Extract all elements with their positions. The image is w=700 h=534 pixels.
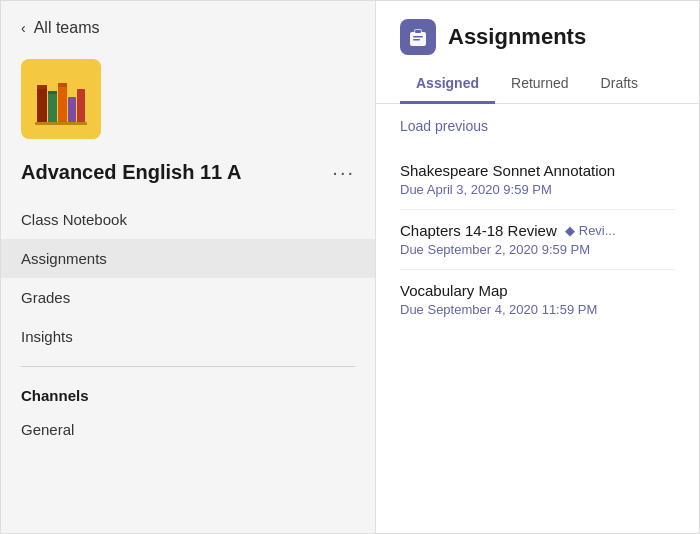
nav-item-general[interactable]: General <box>1 410 375 449</box>
svg-rect-4 <box>48 91 57 94</box>
assignment-name: Chapters 14-18 Review <box>400 222 557 239</box>
svg-rect-6 <box>58 83 67 87</box>
assignment-due: Due April 3, 2020 9:59 PM <box>400 182 675 197</box>
channels-heading: Channels <box>1 377 375 410</box>
svg-rect-3 <box>48 91 57 123</box>
svg-rect-8 <box>77 89 85 123</box>
sidebar: ‹ All teams <box>1 1 376 533</box>
tabs-row: Assigned Returned Drafts <box>376 65 699 104</box>
class-icon-area <box>1 49 375 149</box>
svg-rect-7 <box>68 97 76 123</box>
assignments-icon-svg <box>407 26 429 48</box>
tab-assigned[interactable]: Assigned <box>400 65 495 104</box>
main-panel: Assignments Assigned Returned Drafts Loa… <box>376 1 699 533</box>
main-title: Assignments <box>448 24 586 50</box>
channels-list: General <box>1 410 375 449</box>
content-area: Load previous Shakespeare Sonnet Annotat… <box>376 104 699 533</box>
tab-drafts[interactable]: Drafts <box>585 65 654 104</box>
nav-item-grades[interactable]: Grades <box>1 278 375 317</box>
svg-rect-13 <box>413 36 423 38</box>
all-teams-label: All teams <box>34 19 100 37</box>
load-previous-button[interactable]: Load previous <box>400 118 675 134</box>
nav-item-class-notebook[interactable]: Class Notebook <box>1 200 375 239</box>
review-icon: ◆ <box>565 223 575 238</box>
nav-item-insights[interactable]: Insights <box>1 317 375 356</box>
more-options-button[interactable]: ··· <box>332 161 355 184</box>
assignment-name: Shakespeare Sonnet Annotation <box>400 162 615 179</box>
svg-rect-9 <box>35 122 87 125</box>
svg-rect-2 <box>37 85 47 89</box>
assignment-name: Vocabulary Map <box>400 282 508 299</box>
nav-list: Class Notebook Assignments Grades Insigh… <box>1 200 375 356</box>
nav-item-assignments[interactable]: Assignments <box>1 239 375 278</box>
assignment-title-row: Vocabulary Map <box>400 282 675 299</box>
nav-divider <box>21 366 355 367</box>
all-teams-nav[interactable]: ‹ All teams <box>1 1 375 49</box>
assignment-due: Due September 4, 2020 11:59 PM <box>400 302 675 317</box>
svg-rect-5 <box>58 83 67 123</box>
assignments-app-icon <box>400 19 436 55</box>
assignment-title-row: Chapters 14-18 Review ◆ Revi... <box>400 222 675 239</box>
svg-rect-14 <box>413 39 420 41</box>
svg-rect-12 <box>415 30 421 33</box>
class-name-row: Advanced English 11 A ··· <box>1 149 375 200</box>
main-header: Assignments <box>376 1 699 65</box>
assignment-item[interactable]: Shakespeare Sonnet Annotation Due April … <box>400 150 675 210</box>
class-icon <box>21 59 101 139</box>
books-illustration <box>29 67 93 131</box>
review-badge: ◆ Revi... <box>565 223 616 238</box>
assignment-title-row: Shakespeare Sonnet Annotation <box>400 162 675 179</box>
assignment-item[interactable]: Chapters 14-18 Review ◆ Revi... Due Sept… <box>400 210 675 270</box>
assignment-due: Due September 2, 2020 9:59 PM <box>400 242 675 257</box>
tab-returned[interactable]: Returned <box>495 65 585 104</box>
svg-rect-1 <box>37 85 47 123</box>
review-label: Revi... <box>579 223 616 238</box>
back-arrow-icon: ‹ <box>21 20 26 36</box>
class-name: Advanced English 11 A <box>21 161 241 184</box>
assignment-item[interactable]: Vocabulary Map Due September 4, 2020 11:… <box>400 270 675 329</box>
